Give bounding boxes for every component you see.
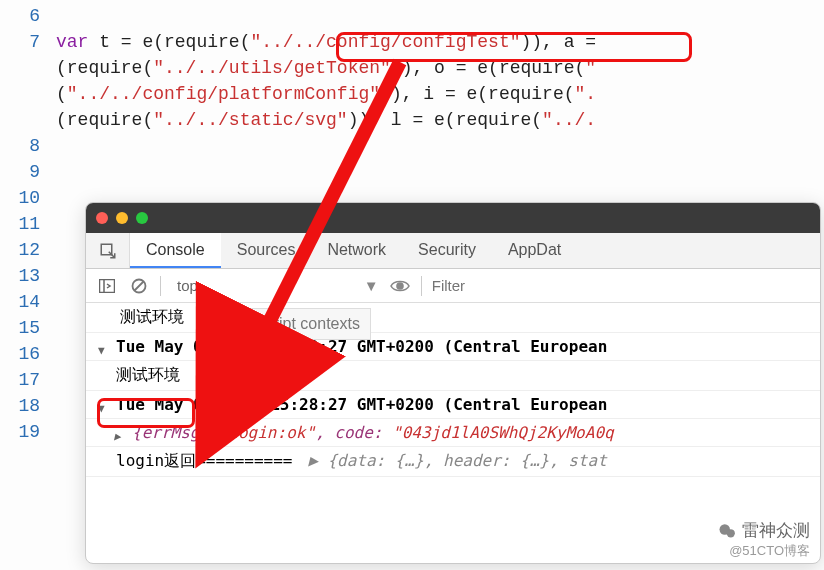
code-line[interactable]: (require("../../utils/getToken")), o = e…	[56, 52, 596, 78]
watermark: 雷神众测 @51CTO博客	[718, 519, 810, 560]
line-number: 11	[0, 208, 56, 234]
minimize-icon[interactable]	[116, 212, 128, 224]
tab-security[interactable]: Security	[402, 233, 492, 268]
line-number: 10	[0, 182, 56, 208]
line-number: 19	[0, 416, 56, 442]
line-number: 7	[0, 26, 56, 52]
line-number: 8	[0, 130, 56, 156]
line-number: 17	[0, 364, 56, 390]
wechat-icon	[718, 522, 736, 540]
line-number: 9	[0, 156, 56, 182]
tab-console[interactable]: Console	[130, 233, 221, 268]
svg-point-5	[397, 283, 403, 289]
code-line[interactable]: (require("../../static/svg")), l = e(req…	[56, 104, 596, 130]
expand-icon[interactable]	[98, 397, 105, 416]
window-titlebar	[86, 203, 820, 233]
console-row[interactable]: Tue May 05 2020 15:28:27 GMT+0200 (Centr…	[86, 333, 820, 361]
console-output: 测试环境 Tue May 05 2020 15:28:27 GMT+0200 (…	[86, 303, 820, 477]
console-row[interactable]: Tue May 05 2020 15:28:27 GMT+0200 (Centr…	[86, 391, 820, 419]
console-row[interactable]: {errMsg: "login:ok", code: "043jd1lA0SWh…	[86, 419, 820, 447]
tab-network[interactable]: Network	[311, 233, 402, 268]
expand-icon[interactable]	[114, 425, 121, 444]
sidebar-toggle-icon[interactable]	[96, 275, 118, 297]
line-number: 14	[0, 286, 56, 312]
code-line[interactable]: var t = e(require("../../config/configTe…	[56, 26, 596, 52]
svg-rect-1	[100, 279, 115, 292]
tab-appdata[interactable]: AppDat	[492, 233, 577, 268]
svg-line-4	[135, 281, 144, 290]
context-display: 测试环境	[86, 303, 820, 333]
line-number: 6	[0, 0, 56, 26]
line-number: 18	[0, 390, 56, 416]
eye-icon[interactable]	[389, 275, 411, 297]
inspect-icon[interactable]	[86, 233, 130, 268]
dropdown-caret-icon[interactable]: ▼	[364, 277, 379, 294]
line-number: 16	[0, 338, 56, 364]
svg-point-8	[727, 529, 735, 537]
code-line[interactable]: ("../../config/platformConfig")), i = e(…	[56, 78, 596, 104]
clear-icon[interactable]	[128, 275, 150, 297]
line-number: 12	[0, 234, 56, 260]
console-toolbar: top ▼	[86, 269, 820, 303]
line-number: 15	[0, 312, 56, 338]
line-number: 13	[0, 260, 56, 286]
expand-icon[interactable]	[98, 339, 105, 358]
devtools-tabs: Console Sources Network Security AppDat	[86, 233, 820, 269]
tab-sources[interactable]: Sources	[221, 233, 312, 268]
context-selector[interactable]: top	[171, 277, 204, 294]
console-row[interactable]: 测试环境	[86, 361, 820, 391]
close-icon[interactable]	[96, 212, 108, 224]
console-row[interactable]: login返回========== ▶ {data: {…}, header: …	[86, 447, 820, 477]
devtools-panel: Console Sources Network Security AppDat …	[85, 202, 821, 564]
maximize-icon[interactable]	[136, 212, 148, 224]
filter-input[interactable]	[432, 277, 552, 294]
